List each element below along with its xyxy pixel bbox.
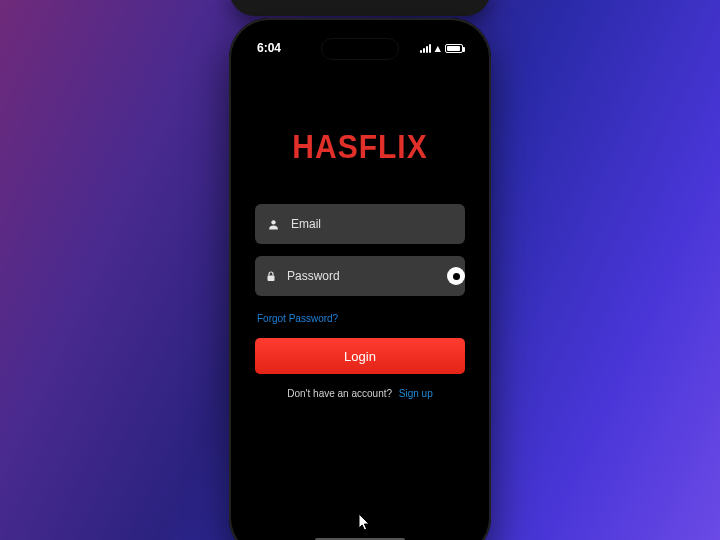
login-view: HASFLIX Forgot Password? Login Don'	[239, 28, 481, 540]
app-logo-text: HASFLIX	[255, 128, 465, 165]
lock-icon	[265, 270, 277, 283]
password-input[interactable]	[287, 269, 437, 283]
signup-row: Don't have an account? Sign up	[255, 388, 465, 399]
signup-link[interactable]: Sign up	[399, 388, 433, 399]
cellular-icon	[420, 44, 431, 53]
email-input[interactable]	[291, 217, 455, 231]
toggle-password-visibility-button[interactable]	[447, 264, 465, 288]
phone-screen: 6:04 ▴ HASFLIX	[239, 28, 481, 540]
background-device-shadow	[229, 0, 491, 16]
login-button[interactable]: Login	[255, 338, 465, 374]
email-field-container[interactable]	[255, 204, 465, 244]
wifi-icon: ▴	[435, 43, 441, 54]
status-time: 6:04	[257, 41, 281, 55]
status-icons: ▴	[420, 43, 463, 54]
svg-rect-1	[268, 275, 275, 281]
iphone-frame: 6:04 ▴ HASFLIX	[229, 18, 491, 540]
battery-icon	[445, 44, 463, 53]
person-icon	[265, 218, 281, 231]
dynamic-island	[321, 38, 399, 60]
password-field-container[interactable]	[255, 256, 465, 296]
signup-prompt-text: Don't have an account?	[287, 388, 392, 399]
svg-point-0	[271, 220, 275, 224]
forgot-password-link[interactable]: Forgot Password?	[257, 313, 338, 324]
eye-icon	[447, 267, 465, 285]
